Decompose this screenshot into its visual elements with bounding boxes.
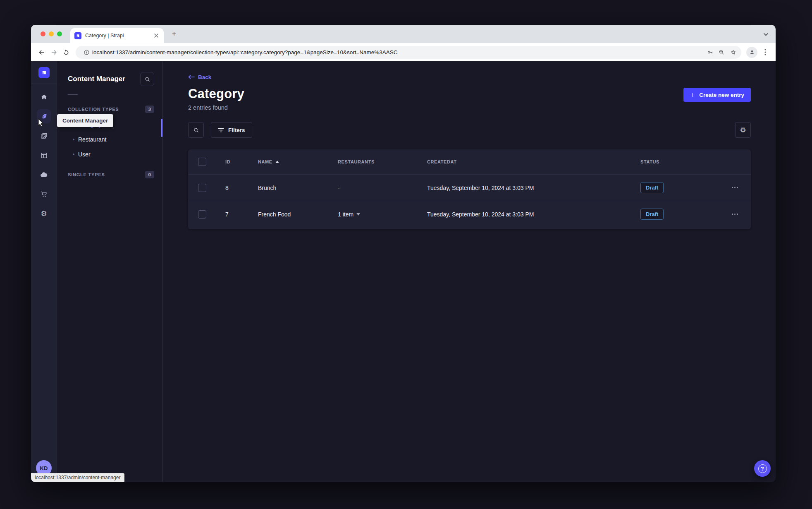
row-actions-menu[interactable] xyxy=(721,214,751,215)
status-badge: Draft xyxy=(640,209,664,220)
strapi-app: ⚙ KD Content Manager COLLECTION TYPES 3 … xyxy=(31,61,776,482)
column-header-name[interactable]: NAME xyxy=(258,159,338,164)
cell-name: French Food xyxy=(258,211,338,218)
window-controls xyxy=(41,31,62,36)
row-actions-menu[interactable] xyxy=(721,187,751,188)
entries-table: ID NAME RESTAURANTS CREATEDAT STATUS 8 B… xyxy=(188,149,751,229)
browser-menu-icon[interactable] xyxy=(759,46,771,58)
cell-createdat: Tuesday, September 10, 2024 at 3:03 PM xyxy=(427,185,640,191)
cell-name: Brunch xyxy=(258,185,338,191)
subnav-divider xyxy=(68,94,78,95)
table-header-row: ID NAME RESTAURANTS CREATEDAT STATUS xyxy=(188,149,751,174)
create-new-entry-button[interactable]: Create new entry xyxy=(683,88,751,102)
forward-nav-icon[interactable] xyxy=(48,46,60,58)
entries-count: 2 entries found xyxy=(188,104,244,111)
tab-search-chevron-icon[interactable] xyxy=(762,30,770,38)
help-button[interactable]: ? xyxy=(754,460,771,477)
rail-divider xyxy=(31,84,57,84)
subnav-title: Content Manager xyxy=(68,75,125,83)
browser-window: Category | Strapi + localhost:1337/admin… xyxy=(31,25,776,482)
question-mark-icon: ? xyxy=(758,464,767,473)
link-status-bar: localhost:1337/admin/content-manager xyxy=(31,473,124,482)
tab-close-icon[interactable] xyxy=(153,32,160,39)
tab-strip: Category | Strapi + xyxy=(31,25,776,43)
subnav-item-user[interactable]: User xyxy=(57,147,162,162)
browser-tab[interactable]: Category | Strapi xyxy=(70,28,164,43)
new-tab-button[interactable]: + xyxy=(170,30,178,38)
tab-title: Category | Strapi xyxy=(85,33,149,38)
active-item-indicator xyxy=(161,119,162,137)
column-header-restaurants[interactable]: RESTAURANTS xyxy=(338,159,427,164)
bookmark-star-icon[interactable] xyxy=(727,46,739,58)
reload-icon[interactable] xyxy=(60,46,72,58)
chevron-down-icon xyxy=(356,213,360,216)
subnav-search-button[interactable] xyxy=(140,72,154,86)
cell-id: 7 xyxy=(225,211,258,218)
create-new-entry-label: Create new entry xyxy=(699,92,744,98)
column-header-createdat[interactable]: CREATEDAT xyxy=(427,159,640,164)
cell-id: 8 xyxy=(225,185,258,191)
zoom-page-icon[interactable] xyxy=(716,46,727,58)
strapi-favicon xyxy=(74,32,81,39)
subnav-item-restaurant[interactable]: Restaurant xyxy=(57,132,162,147)
home-icon[interactable] xyxy=(37,90,51,104)
password-key-icon[interactable] xyxy=(704,46,716,58)
cloud-icon[interactable] xyxy=(37,168,51,182)
status-badge: Draft xyxy=(640,182,664,193)
browser-profile-icon[interactable] xyxy=(746,47,757,58)
filters-button[interactable]: Filters xyxy=(211,122,252,138)
cell-createdat: Tuesday, September 10, 2024 at 3:03 PM xyxy=(427,211,640,218)
page-title: Category xyxy=(188,86,244,101)
column-header-status[interactable]: STATUS xyxy=(640,159,721,164)
collection-types-count: 3 xyxy=(145,106,154,113)
search-entries-button[interactable] xyxy=(188,122,204,138)
browser-toolbar: localhost:1337/admin/content-manager/col… xyxy=(31,43,776,61)
restaurants-dropdown[interactable]: 1 item xyxy=(338,211,427,218)
marketplace-cart-icon[interactable] xyxy=(37,187,51,201)
content-type-builder-icon[interactable] xyxy=(37,148,51,162)
close-window-button[interactable] xyxy=(41,31,45,36)
single-types-label: SINGLE TYPES xyxy=(68,172,105,177)
view-settings-button[interactable]: ⚙ xyxy=(735,122,751,138)
single-types-count: 0 xyxy=(145,171,154,178)
address-bar[interactable]: localhost:1337/admin/content-manager/col… xyxy=(76,46,741,59)
row-checkbox[interactable] xyxy=(198,184,206,192)
row-checkbox[interactable] xyxy=(198,210,206,218)
minimize-window-button[interactable] xyxy=(49,31,54,36)
collection-types-label: COLLECTION TYPES xyxy=(68,107,119,112)
mouse-cursor xyxy=(37,118,45,127)
table-row[interactable]: 7 French Food 1 item Tuesday, September … xyxy=(188,201,751,227)
content-manager-tooltip: Content Manager xyxy=(57,114,113,127)
main-content: Back Category 2 entries found Create new… xyxy=(163,61,776,482)
media-library-icon[interactable] xyxy=(37,129,51,143)
select-all-checkbox[interactable] xyxy=(198,158,206,166)
strapi-logo[interactable] xyxy=(38,67,50,78)
back-link[interactable]: Back xyxy=(188,74,211,80)
table-row[interactable]: 8 Brunch - Tuesday, September 10, 2024 a… xyxy=(188,174,751,201)
settings-gear-icon[interactable]: ⚙ xyxy=(37,206,51,221)
filters-label: Filters xyxy=(228,127,245,133)
sort-asc-icon xyxy=(275,161,279,163)
site-info-icon[interactable] xyxy=(81,46,92,58)
back-nav-icon[interactable] xyxy=(35,46,48,58)
cell-restaurants: - xyxy=(338,185,427,191)
zoom-window-button[interactable] xyxy=(57,31,62,36)
column-header-id[interactable]: ID xyxy=(225,159,258,164)
cog-icon: ⚙ xyxy=(740,126,746,134)
url-text[interactable]: localhost:1337/admin/content-manager/col… xyxy=(92,49,704,55)
back-label: Back xyxy=(198,74,211,80)
filter-icon xyxy=(218,127,224,133)
